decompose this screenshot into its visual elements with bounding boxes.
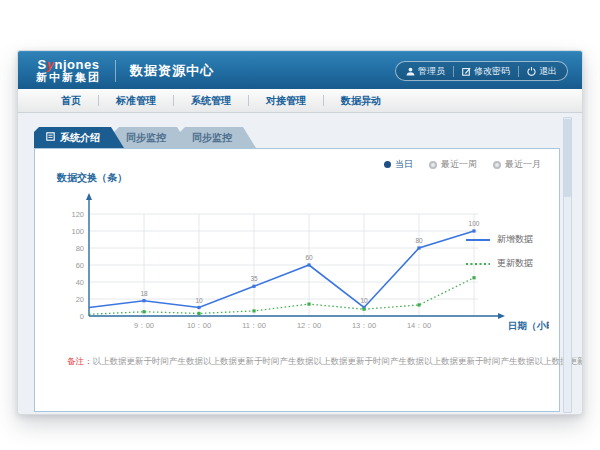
admin-label: 管理员 <box>418 65 445 78</box>
point-label: 80 <box>415 237 423 244</box>
tab-label: 同步监控 <box>192 127 232 148</box>
logo-text-en: Synjones <box>36 58 101 72</box>
user-menu: 管理员 修改密码 退出 <box>395 61 568 81</box>
company-logo: Synjones 新中新集团 <box>36 58 101 83</box>
change-password-button[interactable]: 修改密码 <box>462 65 510 78</box>
x-tick-label: 12：00 <box>297 321 321 330</box>
tab-label: 同步监控 <box>126 127 166 148</box>
user-menu-divider <box>453 66 454 77</box>
nav-item-system-mgmt[interactable]: 系统管理 <box>174 94 248 108</box>
data-point <box>417 303 420 306</box>
footnote-text: 以上数据更新于时间产生数据以上数据更新于时间产生数据以上数据更新于时间产生数据以… <box>93 356 584 366</box>
header-divider <box>115 60 116 82</box>
filter-last-month[interactable]: 最近一月 <box>493 158 541 171</box>
data-point <box>142 299 145 302</box>
app-header: Synjones 新中新集团 数据资源中心 管理员 修改密码 <box>18 51 582 89</box>
x-tick-label: 10：00 <box>187 321 211 330</box>
filter-last-week[interactable]: 最近一周 <box>429 158 477 171</box>
data-point <box>252 285 255 288</box>
x-tick-label: 11：00 <box>242 321 266 330</box>
footnote-prefix: 备注： <box>67 356 93 366</box>
admin-button[interactable]: 管理员 <box>406 65 445 78</box>
tab-sync-monitor-1[interactable]: 同步监控 <box>114 127 190 148</box>
radio-unselected-icon <box>429 161 437 169</box>
tab-label: 系统介绍 <box>60 127 100 148</box>
logout-label: 退出 <box>539 65 557 78</box>
point-label: 60 <box>305 254 313 261</box>
tab-sync-monitor-2[interactable]: 同步监控 <box>180 127 256 148</box>
nav-item-data-change[interactable]: 数据异动 <box>324 94 398 108</box>
chart-legend: 新增数据 更新数据 <box>466 233 533 281</box>
legend-updated-data: 更新数据 <box>466 257 533 270</box>
logo-text-cn: 新中新集团 <box>36 72 101 84</box>
y-tick-label: 20 <box>76 295 84 304</box>
change-password-label: 修改密码 <box>474 65 510 78</box>
point-label: 100 <box>469 220 480 227</box>
power-icon <box>527 67 536 76</box>
page-title: 数据资源中心 <box>130 62 214 80</box>
nav-item-home[interactable]: 首页 <box>44 94 98 108</box>
data-point <box>197 306 200 309</box>
dotted-line-swatch <box>466 261 490 267</box>
filter-today[interactable]: 当日 <box>384 158 413 171</box>
data-point <box>142 310 145 313</box>
nav-item-standard-mgmt[interactable]: 标准管理 <box>99 94 173 108</box>
point-label: 10 <box>195 297 203 304</box>
data-point <box>252 309 255 312</box>
nav-item-interface-mgmt[interactable]: 对接管理 <box>249 94 323 108</box>
y-tick-label: 60 <box>76 261 84 270</box>
tab-system-intro[interactable]: 系统介绍 <box>34 127 124 148</box>
x-axis-arrow <box>498 313 505 319</box>
point-label: 10 <box>360 297 368 304</box>
filter-label: 最近一月 <box>505 158 541 171</box>
filter-label: 最近一周 <box>441 158 477 171</box>
user-icon <box>406 67 415 76</box>
x-tick-label: 14：00 <box>407 321 431 330</box>
y-axis-title: 数据交换（条） <box>57 171 127 185</box>
legend-label: 新增数据 <box>497 233 533 246</box>
app-window: Synjones 新中新集团 数据资源中心 管理员 修改密码 <box>17 50 583 415</box>
data-point <box>307 263 310 266</box>
point-label: 18 <box>140 290 148 297</box>
data-point <box>362 308 365 311</box>
radio-selected-icon <box>384 161 391 168</box>
solid-line-swatch <box>466 237 490 243</box>
y-tick-label: 0 <box>80 312 84 321</box>
footnote: 备注：以上数据更新于时间产生数据以上数据更新于时间产生数据以上数据更新于时间产生… <box>67 356 583 368</box>
tab-bar: 系统介绍 同步监控 同步监控 <box>34 127 572 148</box>
user-menu-divider <box>518 66 519 77</box>
filter-label: 当日 <box>395 158 413 171</box>
x-tick-label: 13：00 <box>352 321 376 330</box>
y-axis-arrow <box>86 193 92 200</box>
y-tick-label: 40 <box>76 278 84 287</box>
logout-button[interactable]: 退出 <box>527 65 557 78</box>
x-axis-title: 日期（小时） <box>508 320 549 332</box>
legend-new-data: 新增数据 <box>466 233 533 246</box>
x-tick-label: 9：00 <box>134 321 154 330</box>
scrollbar[interactable] <box>563 117 572 413</box>
point-label: 35 <box>250 275 258 282</box>
data-point <box>417 246 420 249</box>
radio-unselected-icon <box>493 161 501 169</box>
data-point <box>307 303 310 306</box>
y-tick-label: 100 <box>71 227 84 236</box>
chart-panel: 当日 最近一周 最近一月 数据交换（条） 0204060801001209：00… <box>34 148 560 412</box>
legend-label: 更新数据 <box>497 257 533 270</box>
time-range-filters: 当日 最近一周 最近一月 <box>384 158 541 171</box>
document-icon <box>46 127 55 148</box>
content-area: 系统介绍 同步监控 同步监控 当日 最近一周 <box>18 113 582 412</box>
main-nav: 首页 标准管理 系统管理 对接管理 数据异动 <box>18 89 582 113</box>
y-tick-label: 80 <box>76 244 84 253</box>
edit-icon <box>462 67 471 76</box>
data-point <box>197 312 200 315</box>
y-tick-label: 120 <box>71 210 84 219</box>
